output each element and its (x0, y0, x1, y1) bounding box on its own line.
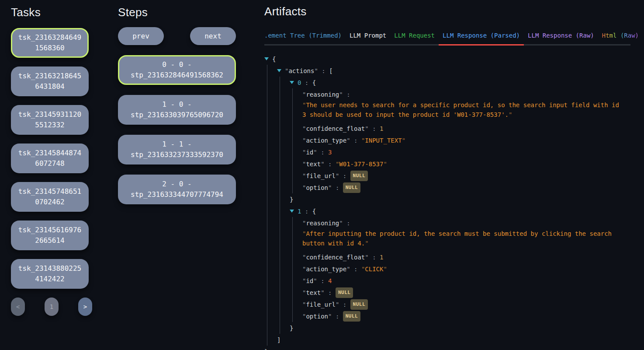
json-row: "action_type" : "INPUT_TEXT" (302, 134, 630, 146)
json-colon: : (339, 172, 350, 180)
json-quote: " (346, 265, 350, 273)
tab-label: Html (Raw) (602, 32, 639, 39)
collapse-toggle-icon[interactable] (290, 81, 294, 84)
json-close-bracket: ] (277, 336, 280, 344)
prev-step-button[interactable]: prev (118, 27, 164, 45)
json-quote: " (336, 160, 339, 168)
json-key: option (306, 183, 328, 192)
json-quote: " (361, 136, 365, 145)
step-button[interactable]: 2 - 0 - stp_231633344707774794 (118, 175, 236, 204)
json-value-string: INPUT_TEXT (365, 136, 402, 145)
json-string-block: "The user needs to search for a specific… (302, 100, 628, 119)
json-row: "id" : 3 (302, 146, 630, 158)
json-string-line: "After inputting the product id, the sea… (302, 229, 628, 238)
task-button[interactable]: tsk_231456169762665614 (11, 220, 89, 250)
json-colon: : (343, 90, 350, 99)
tab-label: LLM Request (394, 32, 435, 39)
json-value-string: button with id 4. (302, 240, 365, 247)
page-prev-button[interactable]: < (11, 298, 25, 316)
json-value-string: The user needs to search for a specific … (306, 102, 619, 108)
json-quote: " (302, 219, 306, 228)
json-row: "option" : NULL (302, 182, 630, 193)
task-button[interactable]: tsk_231459311205512332 (11, 105, 89, 135)
tasks-title: Tasks (11, 5, 92, 19)
json-key: reasoning (306, 90, 339, 99)
json-quote: " (383, 160, 387, 168)
json-quote: " (402, 136, 405, 145)
json-quote: " (285, 66, 288, 75)
json-quote: " (383, 265, 387, 273)
step-nav: prev next (118, 27, 236, 45)
json-quote: " (302, 172, 306, 180)
json-value-string: 3 should be used to input the product id… (302, 111, 509, 118)
json-null-badge: NULL (343, 311, 361, 322)
json-open-bracket: { (312, 78, 316, 87)
json-quote: " (314, 66, 318, 75)
collapse-toggle-icon[interactable] (277, 69, 281, 72)
json-children: "actions" : [0 : {"reasoning" :"The user… (267, 65, 630, 346)
json-null-badge: NULL (336, 287, 353, 298)
json-quote: " (328, 183, 332, 192)
json-row: "text" : "W01-377-8537" (302, 158, 630, 170)
json-row: 0 : { (290, 77, 630, 88)
json-value-float: 1 (380, 253, 383, 262)
step-button[interactable]: 0 - 0 - stp_231632846491568362 (118, 55, 236, 85)
json-colon: : (350, 265, 361, 273)
step-button[interactable]: 1 - 1 - stp_231633237333592370 (118, 135, 236, 164)
json-quote: " (302, 288, 306, 297)
json-close-bracket: } (290, 324, 293, 332)
task-button[interactable]: tsk_231458448746072748 (11, 144, 89, 173)
json-colon: : (325, 288, 336, 297)
json-quote: " (328, 312, 332, 321)
json-string-line: "The user needs to search for a specific… (302, 100, 628, 110)
json-key: id (306, 276, 313, 285)
json-key: confidence_float (306, 124, 365, 133)
step-button[interactable]: 1 - 0 - stp_231633039765096720 (118, 95, 236, 125)
tab-ement-tree-trimmed[interactable]: .ement Tree (Trimmed) (264, 30, 346, 46)
task-button[interactable]: tsk_231632186456431804 (11, 66, 89, 96)
next-step-button[interactable]: next (190, 27, 236, 45)
json-row: "reasoning" : (302, 217, 630, 229)
json-colon: : (317, 148, 328, 157)
artifacts-title: Artifacts (264, 4, 630, 18)
page-next-button[interactable]: > (78, 298, 92, 316)
json-tree-viewer: {"actions" : [0 : {"reasoning" :"The use… (264, 53, 630, 350)
json-open-bracket: { (312, 207, 316, 216)
task-button[interactable]: tsk_231457486510702462 (11, 182, 89, 212)
json-quote: " (336, 172, 339, 180)
json-quote: " (339, 90, 343, 99)
json-quote: " (321, 160, 324, 168)
tab-llm-response-raw[interactable]: LLM Response (Raw) (524, 30, 598, 46)
tab-llm-prompt[interactable]: LLM Prompt (346, 30, 390, 46)
page-number-button[interactable]: 1 (45, 298, 59, 316)
json-open-bracket: [ (329, 66, 332, 75)
json-key: text (306, 288, 321, 297)
json-close-bracket: } (290, 195, 293, 204)
collapse-toggle-icon[interactable] (290, 210, 294, 213)
collapse-toggle-icon[interactable] (264, 57, 269, 60)
tab-llm-response-parsed[interactable]: LLM Response (Parsed) (439, 30, 524, 46)
json-value-string: After inputting the product id, the sear… (306, 230, 612, 237)
json-quote: " (365, 240, 368, 247)
tab-llm-request[interactable]: LLM Request (390, 30, 439, 46)
task-button[interactable]: tsk_231438802254142422 (11, 259, 89, 289)
json-key: actions (288, 66, 314, 75)
json-row: } (264, 346, 630, 350)
json-row: } (290, 193, 630, 205)
json-key: action_type (306, 265, 346, 273)
artifacts-tabbar: .ement Tree (Trimmed)LLM PromptLLM Reque… (264, 30, 630, 46)
json-row: 1 : { (290, 205, 630, 217)
json-quote: " (302, 276, 306, 285)
json-row: "confidence_float" : 1 (302, 122, 630, 134)
json-quote: " (302, 265, 306, 273)
json-quote: " (302, 136, 306, 145)
json-colon: : (301, 78, 312, 87)
json-string-line: 3 should be used to input the product id… (302, 110, 628, 119)
task-button[interactable]: tsk_231632846491568360 (11, 28, 89, 58)
json-key: text (306, 160, 321, 168)
json-quote: " (336, 300, 339, 309)
json-quote: " (302, 312, 306, 321)
json-quote: " (302, 300, 306, 309)
tab-html-raw[interactable]: Html (Raw) (598, 30, 643, 46)
json-quote: " (302, 148, 306, 157)
